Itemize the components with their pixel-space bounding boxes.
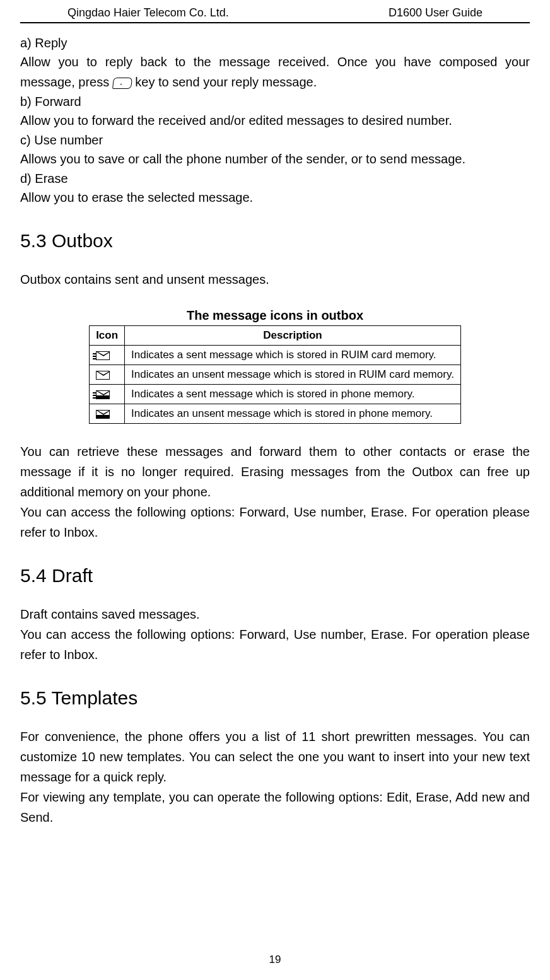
th-description: Description [125,326,461,346]
reply-text-after: key to send your reply message. [135,75,317,89]
table-row: Indicates a sent message which is stored… [90,385,461,404]
outbox-para1: You can retrieve these messages and forw… [20,441,530,502]
reply-text: Allow you to reply back to the message r… [20,52,530,92]
desc-cell: Indicates a sent message which is stored… [125,385,461,404]
draft-para1: Draft contains saved messages. [20,604,530,624]
subheading-forward: b) Forward [20,95,530,109]
icon-sent-phone [90,385,125,404]
heading-draft: 5.4 Draft [20,565,530,586]
erase-text: Allow you to erase the selected message. [20,187,530,207]
heading-outbox: 5.3 Outbox [20,230,530,252]
outbox-icons-table: Icon Description Indicates a sent messag… [89,325,461,424]
templates-para2: For viewing any template, you can operat… [20,787,530,827]
header-left: Qingdao Haier Telecom Co. Ltd. [67,6,229,20]
subheading-use-number: c) Use number [20,133,530,148]
table-row: Indicates an unsent message which is sto… [90,365,461,385]
send-key-icon [112,78,132,89]
icon-sent-ruim [90,346,125,365]
envelope-sent-phone-icon [96,390,110,399]
th-icon: Icon [90,326,125,346]
table-row: Indicates an unsent message which is sto… [90,404,461,424]
header-right: D1600 User Guide [389,6,483,20]
desc-cell: Indicates an unsent message which is sto… [125,404,461,424]
desc-cell: Indicates a sent message which is stored… [125,346,461,365]
icon-unsent-phone [90,404,125,424]
templates-para1: For convenience, the phone offers you a … [20,726,530,787]
heading-templates: 5.5 Templates [20,687,530,709]
subheading-reply: a) Reply [20,36,530,50]
envelope-icon [96,371,110,380]
use-number-text: Allows you to save or call the phone num… [20,149,530,169]
outbox-intro: Outbox contains sent and unsent messages… [20,269,530,289]
envelope-phone-icon [96,410,110,419]
draft-para2: You can access the following options: Fo… [20,624,530,665]
desc-cell: Indicates an unsent message which is sto… [125,365,461,385]
outbox-table-title: The message icons in outbox [20,308,530,323]
table-row: Indicates a sent message which is stored… [90,346,461,365]
page-number: 19 [0,954,550,966]
envelope-sent-icon [96,351,110,360]
outbox-para2: You can access the following options: Fo… [20,502,530,542]
subheading-erase: d) Erase [20,172,530,186]
table-header-row: Icon Description [90,326,461,346]
icon-unsent-ruim [90,365,125,385]
page-header: Qingdao Haier Telecom Co. Ltd. D1600 Use… [20,0,530,23]
forward-text: Allow you to forward the received and/or… [20,110,530,131]
page-content: a) Reply Allow you to reply back to the … [20,23,530,827]
